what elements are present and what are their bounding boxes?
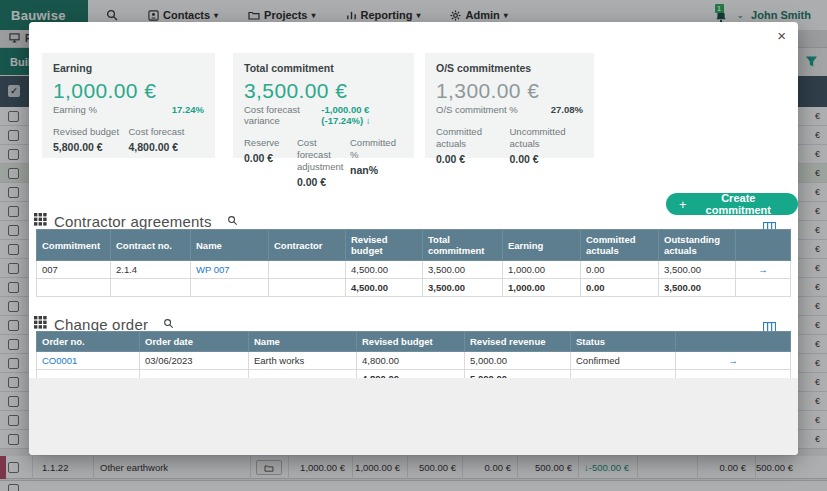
total-earning: 1,000.00 (503, 279, 581, 297)
plus-icon: + (679, 198, 687, 211)
total-committed-actuals: 0.00 (581, 279, 659, 297)
table-row: 007 2.1.4 WP 007 4,500.00 3,500.00 1,000… (37, 261, 791, 279)
section-title: Contractor agreements (54, 213, 212, 230)
cell-revised-budget: 4,500.00 (346, 261, 423, 279)
column-header[interactable]: Outstanding actuals (659, 230, 736, 261)
contractor-agreements-header: Contractor agreements (34, 212, 238, 230)
card-sub-label: Earning % (53, 104, 97, 115)
field-label: Committed actuals (436, 126, 504, 150)
field-label: Cost forecast (129, 126, 199, 138)
work-package-link[interactable]: WP 007 (191, 261, 269, 279)
cell-earning: 1,000.00 (503, 261, 581, 279)
table-header-row: Order no. Order date Name Revised budget… (37, 332, 791, 352)
change-order-link[interactable]: CO0001 (37, 352, 140, 370)
column-header[interactable]: Name (191, 230, 269, 261)
card-amount: 3,500.00 € (244, 79, 403, 103)
cell-order-date: 03/06/2023 (140, 352, 249, 370)
table-header-row: Commitment Contract no. Name Contractor … (37, 230, 791, 261)
field-label: Uncommitted actuals (510, 126, 578, 150)
column-header[interactable]: Revised budget (346, 230, 423, 261)
close-icon[interactable]: × (777, 27, 786, 45)
cell-outstanding-actuals: 3,500.00 (659, 261, 736, 279)
total-total-commitment: 3,500.00 (423, 279, 503, 297)
card-sub-label: Cost forecast variance (244, 104, 321, 126)
column-header[interactable]: Committed actuals (581, 230, 659, 261)
total-commitment-card: Total commitment 3,500.00 € Cost forecas… (233, 53, 414, 158)
cell-name: Earth works (249, 352, 357, 370)
contractor-agreements-table: Commitment Contract no. Name Contractor … (36, 229, 791, 297)
field-value: 0.00 € (436, 153, 504, 165)
create-commitment-label: Create commitment (692, 192, 785, 216)
column-header[interactable]: Commitment (37, 230, 111, 261)
column-header (736, 230, 791, 261)
modal-footer (29, 378, 798, 455)
total-revised-budget: 4,500.00 (346, 279, 423, 297)
cell-revised-revenue: 5,000.00 (465, 352, 571, 370)
field-value: 4,800.00 € (129, 141, 199, 153)
field-label: Revised budget (53, 126, 123, 138)
field-value: 5,800.00 € (53, 141, 123, 153)
column-header[interactable]: Revised budget (357, 332, 465, 352)
cell-contract-no: 2.1.4 (111, 261, 191, 279)
cell-contractor (269, 261, 346, 279)
card-amount: 1,300.00 € (436, 79, 583, 103)
card-title: Earning (53, 62, 204, 74)
column-header[interactable]: Order date (140, 332, 249, 352)
field-value: 0.00 € (244, 152, 291, 164)
column-header[interactable]: Status (571, 332, 676, 352)
open-row-arrow-icon[interactable]: → (736, 261, 791, 279)
column-header[interactable]: Name (249, 332, 357, 352)
table-row: CO0001 03/06/2023 Earth works 4,800.00 5… (37, 352, 791, 370)
column-header[interactable]: Total commitment (423, 230, 503, 261)
card-title: Total commitment (244, 62, 403, 74)
column-header[interactable]: Contractor (269, 230, 346, 261)
card-title: O/S commitmentes (436, 62, 583, 74)
arrow-down-icon: ↓ (366, 115, 371, 126)
card-amount: 1,000.00 € (53, 79, 204, 103)
app-screen: Bauwise Contacts ▾ Projects ▾ Reporting … (0, 0, 827, 491)
card-sub-value: 27.08% (551, 104, 583, 115)
card-sub-value: 17.24% (172, 104, 204, 115)
card-sub-value: -1,000.00 € (-17.24%) ↓ (321, 104, 403, 126)
cell-revised-budget: 4,800.00 (357, 352, 465, 370)
column-header[interactable]: Order no. (37, 332, 140, 352)
grid-icon (34, 212, 47, 230)
column-header (676, 332, 791, 352)
field-value: nan% (350, 164, 397, 176)
os-commitments-card: O/S commitmentes 1,300.00 € O/S commitme… (425, 53, 594, 158)
field-value: 0.00 € (510, 153, 578, 165)
cell-total-commitment: 3,500.00 (423, 261, 503, 279)
search-icon[interactable] (227, 212, 238, 230)
open-row-arrow-icon[interactable]: → (676, 352, 791, 370)
cell-commitment: 007 (37, 261, 111, 279)
cell-status: Confirmed (571, 352, 676, 370)
create-commitment-button[interactable]: + Create commitment (666, 193, 798, 215)
table-totals-row: 4,500.00 3,500.00 1,000.00 0.00 3,500.00 (37, 279, 791, 297)
column-header[interactable]: Contract no. (111, 230, 191, 261)
field-value: 0.00 € (297, 176, 344, 188)
field-label: Committed % (350, 137, 397, 161)
total-outstanding-actuals: 3,500.00 (659, 279, 736, 297)
cell-committed-actuals: 0.00 (581, 261, 659, 279)
earning-card: Earning 1,000.00 € Earning % 17.24% Revi… (42, 53, 215, 158)
field-label: Reserve (244, 137, 291, 149)
column-header[interactable]: Revised revenue (465, 332, 571, 352)
card-sub-label: O/S commitment % (436, 104, 518, 115)
work-package-modal: × Earning 1,000.00 € Earning % 17.24% Re… (29, 22, 798, 455)
column-header[interactable]: Earning (503, 230, 581, 261)
section-title: Change order (54, 316, 148, 333)
field-label: Cost forecast adjustment (297, 137, 344, 173)
